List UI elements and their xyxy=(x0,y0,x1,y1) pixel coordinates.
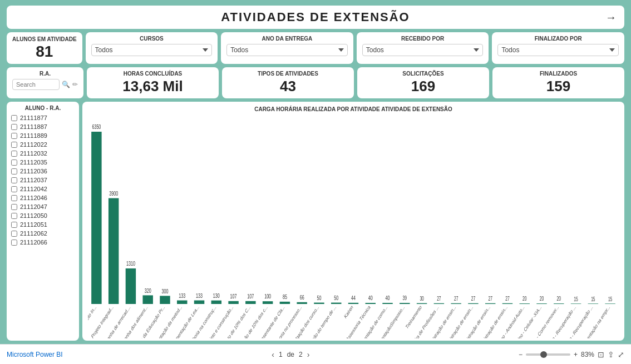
bar[interactable] xyxy=(588,303,598,304)
list-item[interactable]: 21112066 xyxy=(10,238,76,247)
bar[interactable] xyxy=(91,132,101,304)
bar[interactable] xyxy=(348,303,358,304)
list-item[interactable]: 21112042 xyxy=(10,185,76,193)
bar[interactable] xyxy=(109,198,119,304)
current-page: 1 xyxy=(279,351,283,358)
cursos-select[interactable]: Todos xyxy=(91,44,213,56)
title-bar: ATIVIDADES DE EXTENSÃO → xyxy=(7,6,624,29)
student-id: 21112036 xyxy=(20,168,47,174)
student-id: 21111877 xyxy=(20,114,47,121)
bar[interactable] xyxy=(142,295,152,304)
bar[interactable] xyxy=(417,303,427,304)
student-checkbox[interactable] xyxy=(11,204,17,210)
bar[interactable] xyxy=(382,303,392,304)
eraser-icon[interactable]: ✏ xyxy=(72,81,78,88)
list-item[interactable]: 21112046 xyxy=(10,193,76,202)
bar-x-label: Kairen xyxy=(343,303,354,320)
bar[interactable] xyxy=(366,303,376,304)
list-item[interactable]: 21112036 xyxy=(10,167,76,176)
recebido-por-select[interactable]: Todos xyxy=(362,44,484,56)
student-id: 21112046 xyxy=(20,195,47,201)
student-checkbox[interactable] xyxy=(11,124,17,130)
bar[interactable] xyxy=(554,303,564,304)
student-checkbox[interactable] xyxy=(11,151,17,157)
list-item[interactable]: 21112022 xyxy=(10,140,76,149)
bar-x-label: Treinamento xyxy=(405,303,422,330)
bar[interactable] xyxy=(400,303,410,304)
bar[interactable] xyxy=(160,296,170,304)
share-icon[interactable]: ⇪ xyxy=(608,350,614,359)
solicitacoes-label: SOLICITAÇÕES xyxy=(402,71,443,77)
student-list-scroll[interactable]: 2111187721111887211118892111202221112032… xyxy=(10,113,76,337)
student-checkbox[interactable] xyxy=(11,177,17,183)
zoom-minus[interactable]: − xyxy=(519,351,522,358)
total-pages: 2 xyxy=(299,351,303,358)
bar[interactable] xyxy=(571,303,581,304)
list-item[interactable]: 21111877 xyxy=(10,113,76,122)
finalizado-por-select[interactable]: Todos xyxy=(497,44,619,56)
list-item[interactable]: 21112032 xyxy=(10,149,76,158)
fullscreen-icon[interactable]: ⤢ xyxy=(618,350,624,359)
student-checkbox[interactable] xyxy=(11,240,17,246)
list-item[interactable]: 21112051 xyxy=(10,220,76,229)
student-id: 21112062 xyxy=(20,230,47,237)
bar[interactable] xyxy=(434,303,444,304)
bar[interactable] xyxy=(211,301,221,304)
student-checkbox[interactable] xyxy=(11,168,17,174)
bar[interactable] xyxy=(314,303,324,304)
bar[interactable] xyxy=(502,303,512,304)
bar[interactable] xyxy=(126,268,136,304)
bar[interactable] xyxy=(536,303,546,304)
bar[interactable] xyxy=(245,301,255,304)
prev-page-button[interactable]: ‹ xyxy=(272,350,274,359)
bar-value-label: 27 xyxy=(488,296,492,302)
bar[interactable] xyxy=(605,303,615,304)
bar[interactable] xyxy=(451,303,461,304)
bar[interactable] xyxy=(331,303,341,304)
list-item[interactable]: 21111887 xyxy=(10,122,76,131)
list-item[interactable]: 21111889 xyxy=(10,131,76,140)
bar[interactable] xyxy=(280,302,290,304)
student-checkbox[interactable] xyxy=(11,231,17,237)
student-checkbox[interactable] xyxy=(11,133,17,139)
list-item[interactable]: 21112050 xyxy=(10,211,76,220)
next-arrow-icon[interactable]: → xyxy=(605,11,617,24)
list-item[interactable]: 21112037 xyxy=(10,176,76,185)
student-checkbox[interactable] xyxy=(11,115,17,121)
student-id: 21112035 xyxy=(20,159,47,166)
zoom-slider[interactable] xyxy=(526,353,570,356)
list-item[interactable]: 21112062 xyxy=(10,229,76,238)
bar-chart: 6350Projeto In...3900Projeto Integrad...… xyxy=(88,114,619,338)
zoom-plus[interactable]: + xyxy=(574,351,578,358)
bar[interactable] xyxy=(194,301,204,304)
student-checkbox[interactable] xyxy=(11,142,17,148)
bar[interactable] xyxy=(263,301,273,304)
chart-box: CARGA HORÁRIA REALIZADA POR ATIVIDADE AT… xyxy=(82,102,624,341)
bar[interactable] xyxy=(177,301,187,304)
next-page-button[interactable]: › xyxy=(307,350,310,359)
bar[interactable] xyxy=(228,301,238,304)
student-checkbox[interactable] xyxy=(11,159,17,166)
bar[interactable] xyxy=(297,302,307,304)
list-item[interactable]: 21112047 xyxy=(10,202,76,211)
list-item[interactable]: 21112035 xyxy=(10,158,76,167)
student-checkbox[interactable] xyxy=(11,195,17,201)
bar-value-label: 44 xyxy=(351,295,356,302)
pbi-link[interactable]: Microsoft Power BI xyxy=(7,351,63,358)
student-checkbox[interactable] xyxy=(11,222,17,228)
page-title: ATIVIDADES DE EXTENSÃO xyxy=(221,10,410,24)
bar[interactable] xyxy=(468,303,478,304)
ra-search-input[interactable] xyxy=(12,79,60,90)
student-id: 21112037 xyxy=(20,177,47,183)
student-checkbox[interactable] xyxy=(11,186,17,192)
fit-to-screen-icon[interactable]: ⊡ xyxy=(598,350,604,359)
bar-value-label: 6350 xyxy=(92,124,101,131)
bar[interactable] xyxy=(485,303,495,304)
bar-value-label: 27 xyxy=(505,296,510,302)
bar[interactable] xyxy=(520,303,530,304)
ano-entrega-select[interactable]: Todos xyxy=(226,44,348,56)
student-checkbox[interactable] xyxy=(11,213,17,219)
search-icon[interactable]: 🔍 xyxy=(62,81,70,88)
bar-value-label: 107 xyxy=(247,293,254,300)
bar-value-label: 133 xyxy=(196,292,203,299)
